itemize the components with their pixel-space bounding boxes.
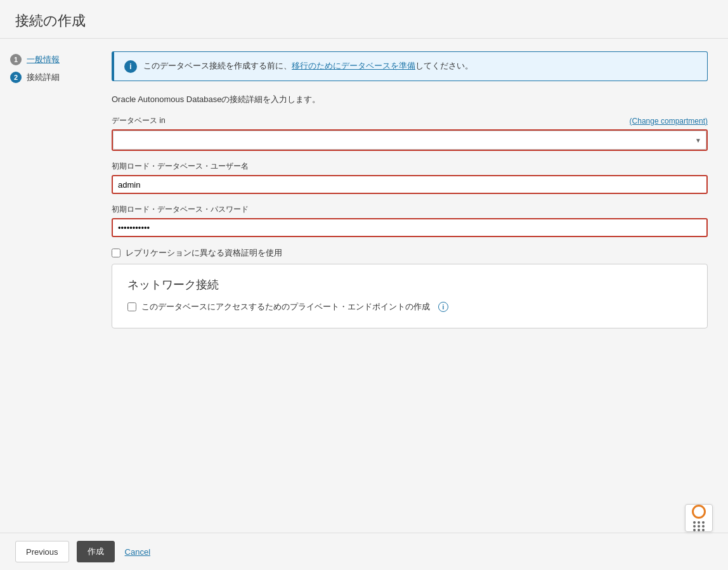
previous-button[interactable]: Previous <box>15 541 69 562</box>
section-description: Oracle Autonomous Databaseの接続詳細を入力します。 <box>112 94 708 105</box>
password-label: 初期ロード・データベース・パスワード <box>112 204 708 215</box>
step-number-2: 2 <box>10 72 22 83</box>
private-endpoint-label[interactable]: このデータベースにアクセスするためのプライベート・エンドポイントの作成 <box>141 301 430 313</box>
password-input[interactable] <box>112 218 708 237</box>
replication-checkbox[interactable] <box>112 249 120 257</box>
database-select-wrapper: ▼ <box>112 129 708 151</box>
create-button[interactable]: 作成 <box>77 541 115 562</box>
info-banner: i このデータベース接続を作成する前に、移行のためにデータベースを準備してくださ… <box>112 51 708 81</box>
help-dots-icon <box>693 521 705 531</box>
help-widget[interactable] <box>685 504 713 532</box>
info-banner-text: このデータベース接続を作成する前に、移行のためにデータベースを準備してください。 <box>143 60 473 72</box>
sidebar-item-label-connection[interactable]: 接続詳細 <box>27 72 60 83</box>
password-field-group: 初期ロード・データベース・パスワード <box>112 204 708 237</box>
username-field-group: 初期ロード・データベース・ユーザー名 <box>112 161 708 194</box>
network-section: ネットワーク接続 このデータベースにアクセスするためのプライベート・エンドポイン… <box>112 264 708 328</box>
step-number-1: 1 <box>10 54 22 65</box>
username-label: 初期ロード・データベース・ユーザー名 <box>112 161 708 172</box>
sidebar-item-connection[interactable]: 2 接続詳細 <box>10 72 91 83</box>
help-ring-icon <box>692 505 706 519</box>
private-endpoint-checkbox[interactable] <box>127 302 136 311</box>
info-link[interactable]: 移行のためにデータベースを準備 <box>292 61 415 70</box>
info-text-after: してください。 <box>415 61 473 70</box>
sidebar: 1 一般情報 2 接続詳細 <box>0 39 101 533</box>
replication-checkbox-label[interactable]: レプリケーションに異なる資格証明を使用 <box>126 247 282 259</box>
database-select[interactable] <box>113 131 706 150</box>
database-field-group: データベース in (Change compartment) ▼ <box>112 115 708 151</box>
page-title: 接続の作成 <box>15 11 713 30</box>
sidebar-item-label-general[interactable]: 一般情報 <box>27 54 60 65</box>
private-endpoint-info-icon[interactable]: i <box>438 302 448 312</box>
page-footer: Previous 作成 Cancel <box>0 533 728 570</box>
network-section-title: ネットワーク接続 <box>127 277 692 292</box>
database-label: データベース in <box>112 115 166 126</box>
main-content: i このデータベース接続を作成する前に、移行のためにデータベースを準備してくださ… <box>101 39 728 533</box>
change-compartment-link[interactable]: (Change compartment) <box>630 117 708 126</box>
username-input[interactable] <box>112 175 708 194</box>
replication-checkbox-row: レプリケーションに異なる資格証明を使用 <box>112 247 708 259</box>
info-text-before: このデータベース接続を作成する前に、 <box>143 61 292 70</box>
sidebar-item-general[interactable]: 1 一般情報 <box>10 54 91 65</box>
cancel-button[interactable]: Cancel <box>122 547 153 557</box>
private-endpoint-row: このデータベースにアクセスするためのプライベート・エンドポイントの作成 i <box>127 301 692 313</box>
info-icon: i <box>124 60 137 73</box>
